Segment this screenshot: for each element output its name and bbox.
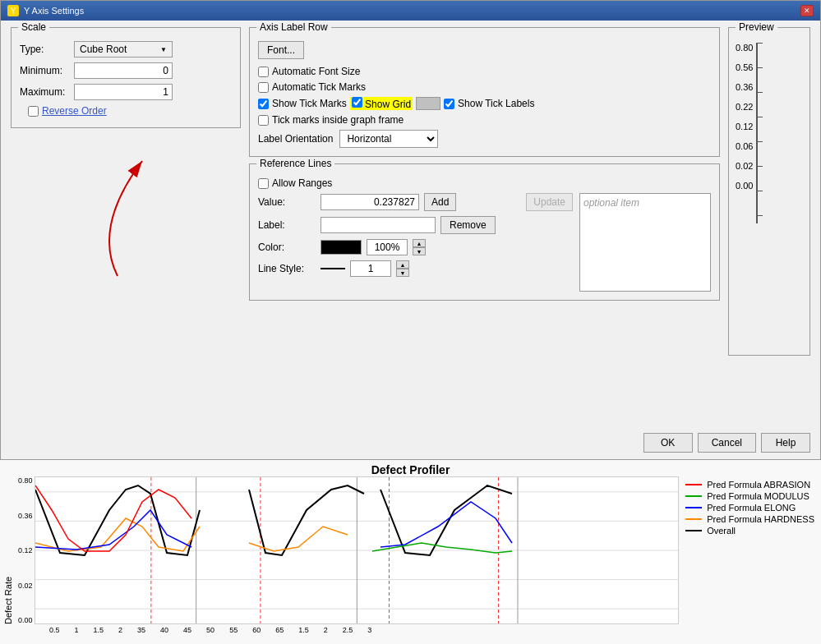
ref-lines-inner: Value: Add Label: Remove Color: (258, 193, 711, 292)
y-axis-settings-dialog: Y Y Axis Settings ✕ Scale Type: Cube Roo… (0, 0, 821, 460)
x-tick-35: 35 (137, 626, 145, 634)
add-button[interactable]: Add (424, 193, 456, 211)
max-input[interactable] (74, 84, 173, 100)
auto-font-size-checkbox[interactable] (258, 67, 269, 77)
show-grid-label: Show Grid (365, 99, 411, 110)
scale-group: Scale Type: Cube Root Minimum: Maximum: … (11, 27, 241, 128)
show-tick-marks-checkbox[interactable] (258, 99, 269, 109)
line-style-spinner-down[interactable]: ▼ (396, 269, 409, 277)
preview-axis: 0.80 0.56 0.36 0.22 0.12 0.06 0.02 0.00 (736, 34, 803, 223)
grid-color-swatch[interactable] (416, 97, 440, 110)
ok-button[interactable]: OK (643, 433, 693, 453)
x-tick-40: 40 (160, 626, 168, 634)
title-bar-content: Y Y Axis Settings (7, 5, 84, 16)
min-input[interactable] (74, 62, 173, 79)
chart-content: Defect Rate 0.80 0.36 0.12 0.02 0.00 (0, 476, 821, 624)
chart-svg (35, 477, 679, 623)
show-grid-checkbox[interactable] (352, 97, 362, 108)
color-spinner-down[interactable]: ▼ (413, 247, 426, 255)
legend-item-hardness: Pred Formula HARDNESS (685, 514, 814, 524)
x-tick-1.5b: 1.5 (298, 626, 309, 634)
type-label: Type: (20, 44, 69, 55)
show-grid-highlight: Show Grid (350, 97, 413, 110)
color-percent-input[interactable] (367, 239, 408, 255)
auto-tick-marks-label: Automatic Tick Marks (272, 81, 366, 93)
title-bar-icon: Y (7, 5, 19, 16)
y-tick-1: 0.80 (18, 476, 33, 485)
value-input[interactable] (321, 194, 419, 210)
color-spinner-up[interactable]: ▲ (413, 239, 426, 247)
allow-ranges-label: Allow Ranges (272, 177, 332, 189)
y-tick-3: 0.12 (18, 546, 33, 554)
x-tick-2.5: 2.5 (343, 626, 353, 634)
help-button[interactable]: Help (761, 433, 810, 453)
legend-label-modulus: Pred Formula MODULUS (707, 491, 809, 501)
legend-label-hardness: Pred Formula HARDNESS (707, 514, 814, 524)
min-row: Minimum: (20, 62, 232, 79)
preview-val-5: 0.12 (736, 122, 753, 131)
y-tick-5: 0.00 (18, 616, 33, 624)
left-panel: Scale Type: Cube Root Minimum: Maximum: … (11, 27, 241, 362)
orientation-row: Label Orientation Horizontal Vertical Au… (258, 130, 711, 148)
chart-plot (35, 476, 680, 624)
auto-tick-marks-checkbox[interactable] (258, 82, 269, 93)
ref-form: Value: Add Label: Remove Color: (258, 193, 519, 292)
orientation-select[interactable]: Horizontal Vertical Auto (339, 130, 438, 148)
tick-inside-label: Tick marks inside graph frame (272, 114, 404, 126)
font-button[interactable]: Font... (258, 41, 304, 59)
x-tick-1: 1 (75, 626, 79, 634)
preview-val-1: 0.80 (736, 43, 753, 53)
legend-color-modulus (685, 495, 702, 497)
chart-title: Defect Profiler (0, 460, 821, 476)
remove-button[interactable]: Remove (440, 216, 496, 234)
auto-tick-marks-row: Automatic Tick Marks (258, 81, 711, 93)
preview-val-2: 0.56 (736, 62, 753, 72)
update-button[interactable]: Update (526, 193, 573, 211)
color-swatch[interactable] (321, 240, 362, 255)
preview-tick-line (756, 43, 766, 223)
line-style-label: Line Style: (258, 263, 316, 274)
chart-legend: Pred Formula ABRASION Pred Formula MODUL… (679, 476, 821, 624)
max-row: Maximum: (20, 84, 232, 100)
color-label: Color: (258, 242, 316, 253)
preview-labels: 0.80 0.56 0.36 0.22 0.12 0.06 0.02 0.00 (736, 43, 756, 191)
reverse-order-checkbox[interactable] (28, 106, 39, 117)
show-tick-labels-checkbox[interactable] (444, 99, 454, 109)
line-style-spinner: ▲ ▼ (396, 260, 409, 277)
show-tick-row: Show Tick Marks Show Grid Show Tick Labe… (258, 97, 711, 110)
chart-y-axis-ticks: 0.80 0.36 0.12 0.02 0.00 (16, 476, 35, 624)
reverse-order-row: Reverse Order (28, 105, 232, 117)
label-input[interactable] (321, 217, 436, 233)
x-axis-labels: 0.5 1 1.5 2 35 40 45 50 55 60 65 1.5 2 2… (0, 624, 821, 634)
x-tick-45: 45 (183, 626, 191, 634)
preview-val-8: 0.00 (736, 181, 753, 191)
ref-buttons: Update (526, 193, 573, 292)
chart-area: Defect Profiler Defect Rate 0.80 0.36 0.… (0, 460, 821, 644)
allow-ranges-checkbox[interactable] (258, 178, 269, 189)
cancel-button[interactable]: Cancel (698, 433, 756, 453)
preview-title: Preview (736, 21, 777, 33)
legend-item-modulus: Pred Formula MODULUS (685, 491, 814, 501)
optional-item-box: optional item (579, 193, 711, 292)
legend-item-overall: Overall (685, 526, 814, 536)
chart-y-label: Defect Rate (0, 476, 16, 624)
type-dropdown[interactable]: Cube Root (74, 41, 173, 58)
tick-inside-checkbox[interactable] (258, 115, 269, 126)
axis-label-group-title: Axis Label Row (256, 21, 331, 33)
preview-val-3: 0.36 (736, 82, 753, 92)
dialog-body: Scale Type: Cube Root Minimum: Maximum: … (1, 21, 820, 369)
ref-lines-title: Reference Lines (256, 158, 334, 169)
line-style-input[interactable] (350, 260, 391, 277)
x-tick-60: 60 (252, 626, 261, 634)
title-bar: Y Y Axis Settings ✕ (1, 1, 820, 21)
middle-panel: Axis Label Row Font... Automatic Font Si… (249, 27, 720, 362)
scale-group-title: Scale (18, 21, 49, 33)
preview-val-7: 0.02 (736, 161, 753, 171)
y-tick-4: 0.02 (18, 582, 33, 590)
color-spinner: ▲ ▼ (413, 239, 426, 255)
x-tick-55: 55 (229, 626, 238, 634)
label-row: Label: Remove (258, 216, 519, 234)
line-style-spinner-up[interactable]: ▲ (396, 260, 409, 269)
close-button[interactable]: ✕ (800, 5, 814, 16)
tick-inside-row: Tick marks inside graph frame (258, 114, 711, 126)
